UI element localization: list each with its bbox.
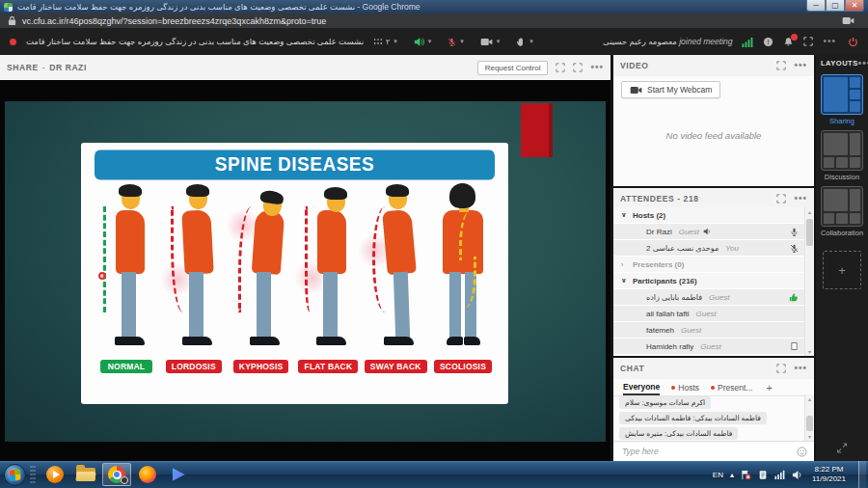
webcam-icon[interactable] bbox=[480, 38, 493, 46]
attendees-scrollbar[interactable]: ▴ ▾ bbox=[804, 207, 814, 356]
chevron-down-icon[interactable]: ▾ bbox=[428, 38, 432, 45]
taskbar-firefox-icon[interactable] bbox=[133, 463, 162, 486]
start-webcam-button[interactable]: Start My Webcam bbox=[621, 81, 720, 98]
chat-tab[interactable]: Hosts bbox=[671, 379, 699, 395]
attendee-row[interactable]: فاطمه بابایی زاده Guest bbox=[613, 289, 804, 306]
pod-menu-icon[interactable]: ••• bbox=[794, 63, 807, 68]
taskbar-file-explorer-icon[interactable] bbox=[71, 463, 100, 486]
attendee-row[interactable]: fatemeh Guest bbox=[613, 322, 804, 339]
scroll-thumb[interactable] bbox=[806, 219, 813, 246]
attendee-row[interactable]: › Presenters (0) bbox=[613, 257, 804, 273]
pod-menu-icon[interactable]: ••• bbox=[794, 196, 807, 202]
chevron-down-icon[interactable]: ▾ bbox=[497, 38, 501, 45]
section-chevron-icon[interactable]: ∨ bbox=[621, 277, 633, 285]
notifications-bell-icon[interactable] bbox=[783, 37, 794, 47]
shared-screen-area: SPINE DISEASES bbox=[0, 80, 610, 461]
attendee-row[interactable]: ∨ Hosts (2) bbox=[613, 207, 804, 224]
start-button[interactable] bbox=[4, 464, 26, 486]
action-center-flag-icon[interactable] bbox=[741, 470, 751, 480]
language-indicator[interactable]: EN bbox=[713, 471, 723, 479]
emoji-icon[interactable] bbox=[797, 447, 807, 457]
layout-thumbnail[interactable] bbox=[821, 186, 863, 227]
joined-notification: معصومه رعیم حسینی joined meeting bbox=[603, 37, 732, 46]
pod-fullscreen-icon[interactable] bbox=[776, 364, 786, 373]
collapse-panel-icon[interactable] bbox=[837, 443, 848, 453]
video-pod-title: VIDEO bbox=[620, 61, 648, 70]
note-icon[interactable] bbox=[790, 341, 799, 351]
chat-scrollbar[interactable]: ▴ ▾ bbox=[804, 394, 814, 441]
add-layout-button[interactable]: + bbox=[823, 251, 861, 289]
layout-item[interactable]: Collaboration bbox=[821, 181, 863, 237]
volume-icon[interactable] bbox=[792, 470, 802, 480]
posture-label: KYPHOSIS bbox=[233, 360, 289, 373]
show-desktop-button[interactable] bbox=[858, 461, 866, 488]
maximize-button[interactable]: ▢ bbox=[826, 0, 845, 12]
posture-figure bbox=[231, 183, 292, 355]
pod-menu-icon[interactable]: ••• bbox=[794, 366, 807, 371]
chat-tab[interactable]: Present... bbox=[711, 379, 752, 395]
pods-menu-icon[interactable] bbox=[373, 38, 383, 45]
speaker-icon[interactable] bbox=[414, 37, 424, 47]
scroll-up-icon[interactable]: ▴ bbox=[805, 395, 814, 402]
clipboard-tray-icon[interactable] bbox=[758, 470, 768, 480]
taskbar-chrome-icon[interactable] bbox=[102, 463, 131, 486]
minimize-button[interactable]: ─ bbox=[806, 0, 826, 12]
pod-menu-icon[interactable]: ••• bbox=[590, 65, 604, 70]
pod-fullscreen-icon[interactable] bbox=[556, 63, 565, 72]
chevron-down-icon[interactable]: ▾ bbox=[460, 38, 464, 45]
fullscreen-icon[interactable] bbox=[803, 37, 813, 46]
help-icon[interactable]: ! bbox=[763, 37, 773, 47]
attendee-name: fatemeh bbox=[646, 326, 674, 335]
power-leave-icon[interactable] bbox=[848, 37, 858, 47]
attendees-pod-title: ATTENDEES bbox=[620, 194, 674, 203]
scroll-down-icon[interactable]: ▾ bbox=[805, 348, 814, 355]
layout-thumbnail[interactable] bbox=[821, 74, 863, 115]
layout-item[interactable]: Discussion bbox=[821, 125, 863, 181]
taskbar-kmplayer-icon[interactable] bbox=[164, 463, 193, 486]
chevron-down-icon[interactable]: ▾ bbox=[529, 38, 533, 45]
layouts-menu-icon[interactable]: ••• bbox=[858, 61, 868, 67]
share-pod-title: SHARE bbox=[7, 63, 39, 72]
chat-input[interactable] bbox=[620, 446, 797, 457]
attendee-row[interactable]: Dr Razi Guest bbox=[613, 224, 804, 240]
attendee-row[interactable]: ∨ Participants (216) bbox=[613, 273, 804, 289]
pod-fullscreen-icon[interactable] bbox=[776, 61, 786, 70]
url-text[interactable]: vc.cfu.ac.ir/r46pos8qzghv/?session=breez… bbox=[22, 16, 326, 26]
attendee-row[interactable]: Hamideh rafiy Guest bbox=[613, 339, 804, 355]
attendee-row[interactable]: موحدی نسب عباسی 2 You bbox=[613, 240, 804, 257]
micmuted-icon[interactable] bbox=[790, 243, 799, 254]
scroll-up-icon[interactable]: ▴ bbox=[805, 208, 814, 215]
attendee-row[interactable]: ali fallah tafti Guest bbox=[613, 306, 804, 322]
scroll-down-icon[interactable]: ▾ bbox=[805, 433, 814, 440]
camera-page-action-icon[interactable] bbox=[842, 16, 854, 25]
attendee-role-tag: Guest bbox=[700, 342, 720, 351]
pod-fullscreen-icon[interactable] bbox=[776, 194, 786, 203]
taskbar-clock[interactable]: 8:22 PM 11/9/2021 bbox=[812, 465, 846, 484]
connection-signal-icon[interactable] bbox=[742, 37, 753, 47]
request-control-button[interactable]: Request Control bbox=[477, 61, 549, 75]
posture-figure bbox=[95, 183, 157, 355]
address-bar[interactable]: vc.cfu.ac.ir/r46pos8qzghv/?session=breez… bbox=[0, 14, 868, 28]
mic-icon[interactable] bbox=[790, 227, 799, 237]
chat-tab[interactable]: Everyone bbox=[623, 379, 660, 395]
shared-video-frame: SPINE DISEASES bbox=[5, 101, 606, 442]
layout-thumbnail[interactable] bbox=[821, 130, 863, 171]
hidden-icons-arrow-icon[interactable]: ▴ bbox=[730, 471, 734, 479]
close-button[interactable]: ✕ bbox=[845, 0, 864, 12]
scroll-thumb[interactable] bbox=[806, 416, 813, 431]
raise-hand-icon[interactable] bbox=[516, 37, 526, 47]
add-chat-tab-button[interactable]: + bbox=[766, 382, 772, 393]
microphone-muted-icon[interactable] bbox=[448, 37, 456, 47]
layout-item[interactable]: Sharing bbox=[821, 69, 863, 125]
chevron-down-icon[interactable]: ▾ bbox=[393, 38, 397, 45]
attendee-role-tag: Guest bbox=[679, 228, 699, 236]
meeting-title: نشست علمی تخصصی وضعیت های مناسب بدنی در … bbox=[26, 37, 364, 46]
figure-hair bbox=[449, 183, 475, 208]
taskbar-media-player-icon[interactable] bbox=[41, 463, 69, 486]
network-icon[interactable] bbox=[774, 470, 785, 479]
pod-maximize-icon[interactable] bbox=[573, 63, 583, 72]
more-options-icon[interactable]: ••• bbox=[823, 39, 836, 44]
thumbs-icon[interactable] bbox=[789, 292, 799, 302]
section-chevron-icon[interactable]: ∨ bbox=[621, 211, 633, 219]
section-chevron-icon[interactable]: › bbox=[621, 261, 633, 268]
